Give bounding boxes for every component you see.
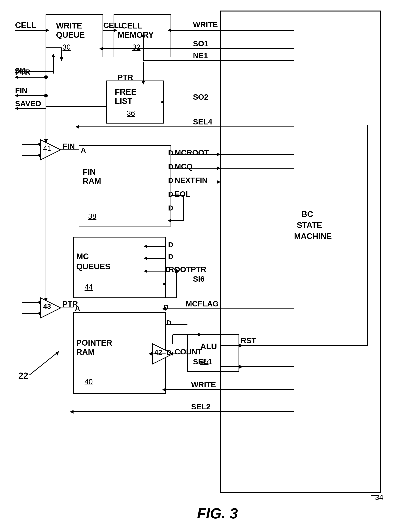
bc-state-label2: STATE <box>297 221 322 229</box>
write-queue-label: WRITE <box>56 21 82 30</box>
label-so2: SO2 <box>193 93 208 101</box>
label-write1: WRITE <box>193 20 218 29</box>
label-so1: SO1 <box>193 39 208 48</box>
pointer-ram-label2: RAM <box>76 347 95 356</box>
d-mcq2: D <box>168 253 173 261</box>
write-queue-label2: QUEUE <box>56 30 85 39</box>
free-list-label2: LIST <box>115 97 132 105</box>
label-sel4: SEL4 <box>193 117 213 126</box>
label-ptr1: PTR <box>15 68 31 77</box>
label-fin: FIN <box>15 86 28 95</box>
d-ptrram-top: D <box>166 319 171 327</box>
label-a-finram: A <box>81 146 86 154</box>
d-nextfin: D <box>168 177 173 184</box>
mc-queues-number: 44 <box>84 283 93 291</box>
free-list-label: FREE <box>115 87 136 96</box>
pointer-ram-label: POINTER <box>76 338 112 347</box>
label-rootptr: ROOTPTR <box>169 265 206 274</box>
label-sel1: SEL1 <box>193 357 212 366</box>
cell-memory-label: CELL <box>121 21 142 30</box>
d-mcroot: D <box>168 149 173 157</box>
label-41: 41 <box>43 145 51 152</box>
cell-memory-number: 32 <box>132 43 140 51</box>
d-rootptr: D <box>165 266 170 274</box>
label-count: COUNT <box>175 347 202 356</box>
d-eol: D <box>168 190 173 198</box>
label-42: 42 <box>154 349 162 356</box>
label-write2: WRITE <box>191 380 216 389</box>
pointer-ram-number: 40 <box>84 378 93 386</box>
label-ptr2: PTR <box>118 73 133 82</box>
d-ptrram-bot: D <box>166 349 171 356</box>
label-a-ptrram: A <box>75 304 80 312</box>
bc-state-label3: MACHINE <box>294 232 332 241</box>
fin-ram-label: FIN <box>83 167 96 176</box>
free-list-number: 36 <box>127 109 135 117</box>
label-22: 22 <box>18 371 28 381</box>
mc-queues-label: MC <box>76 252 89 261</box>
label-mcq: MCQ <box>175 162 193 171</box>
d-5: D <box>168 204 173 212</box>
mc-queues-label2: QUEUES <box>76 262 110 271</box>
label-43: 43 <box>43 303 51 310</box>
label-nextfin: NEXTFIN <box>175 176 208 185</box>
d-mcflag: D <box>164 303 169 311</box>
label-saved: SAVED <box>15 99 41 108</box>
alu-label: ALU <box>200 342 217 351</box>
write-queue-number: 30 <box>62 43 71 51</box>
label-cell2: CELL <box>103 21 124 30</box>
label-si6: SI6 <box>193 275 205 283</box>
fig-label: FIG. 3 <box>197 505 238 522</box>
label-34: 34 <box>375 493 384 502</box>
cell-memory-label2: MEMORY <box>118 30 154 39</box>
fin-ram-number: 38 <box>88 212 97 220</box>
label-ne1: NE1 <box>193 51 208 60</box>
d-mcq1: D <box>168 241 173 249</box>
fin-ram-label2: RAM <box>83 177 101 185</box>
label-fin2: FIN <box>62 142 75 151</box>
d-mcq: D <box>168 163 173 171</box>
label-rst: RST <box>241 336 256 345</box>
label-eol: EOL <box>175 190 190 198</box>
label-mcroot: MCROOT <box>175 148 209 157</box>
label-cell: CELL <box>15 21 36 30</box>
label-mcflag: MCFLAG <box>186 299 219 308</box>
label-sel2: SEL2 <box>191 402 210 411</box>
diagram-container: 34 WRITE QUEUE 30 CELL MEMORY 32 FREE LI… <box>0 0 394 532</box>
bc-state-label: BC <box>301 209 313 219</box>
